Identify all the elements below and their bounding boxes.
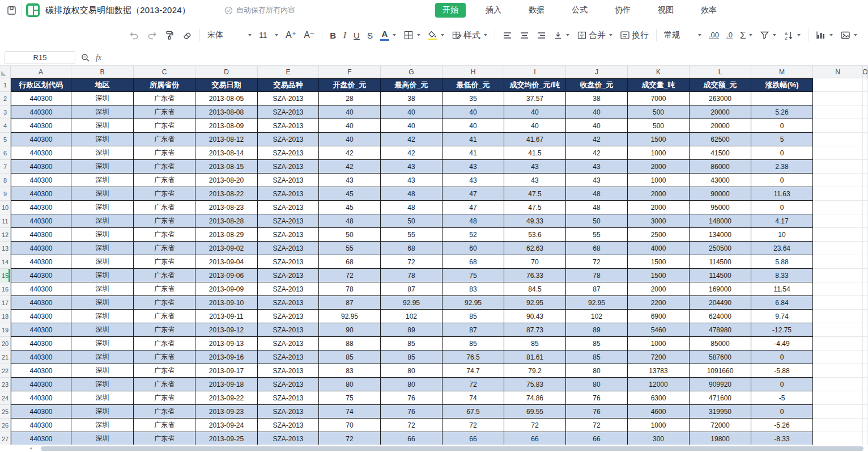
cell-K4[interactable]: 500 [628,119,690,133]
cell-E3[interactable]: SZA-2013 [258,105,319,119]
cell-G21[interactable]: 85 [381,350,442,364]
cell-K21[interactable]: 7200 [628,350,690,364]
cell-G12[interactable]: 55 [381,228,442,242]
font-color-button[interactable]: A [380,29,396,41]
cell-D5[interactable]: 2013-08-12 [195,133,258,146]
cell-N7[interactable] [813,160,863,174]
cell-D3[interactable]: 2013-08-08 [195,105,258,119]
cell-K17[interactable]: 2200 [628,296,690,310]
cell-L21[interactable]: 587600 [690,350,751,364]
cell-I17[interactable]: 92.95 [504,296,566,310]
cell-N21[interactable] [813,350,863,364]
cell-D13[interactable]: 2013-09-02 [195,242,258,255]
cell-M24[interactable]: -5 [751,391,813,405]
cell-F22[interactable]: 83 [319,364,381,378]
cell-E26[interactable]: SZA-2013 [258,419,319,432]
cell-K5[interactable]: 1500 [628,133,690,146]
menu-tab-协作[interactable]: 协作 [607,3,638,18]
cell-J4[interactable]: 40 [566,119,628,133]
font-family-select[interactable]: 宋体 [207,30,252,40]
cell-J8[interactable]: 43 [566,174,628,187]
cell-N18[interactable] [813,310,863,323]
cell-style-button[interactable]: 样式 [452,30,487,41]
cell-M17[interactable]: 6.84 [751,296,813,310]
cell-G11[interactable]: 50 [381,214,442,228]
row-header-27[interactable]: 27 [0,432,11,446]
header-cell-B1[interactable]: 地区 [71,78,134,92]
cell-C17[interactable]: 广东省 [134,296,195,310]
cell-G24[interactable]: 76 [381,391,442,405]
cell-I11[interactable]: 49.33 [504,214,566,228]
cell-M3[interactable]: 5.26 [751,105,813,119]
row-header-8[interactable]: 8 [0,174,11,187]
undo-button[interactable] [129,31,139,40]
cell-O7[interactable] [863,160,868,174]
cell-C12[interactable]: 广东省 [134,228,195,242]
sort-button[interactable]: AZ [784,31,801,40]
column-header-M[interactable]: M [751,66,813,78]
cell-I22[interactable]: 79.2 [504,364,566,378]
autosum-button[interactable]: Σ [740,31,753,40]
align-center-button[interactable] [520,31,529,40]
cell-A14[interactable]: 440300 [11,255,71,269]
header-cell-L1[interactable]: 成交额_元 [690,78,751,92]
cell-K23[interactable]: 12000 [628,378,690,391]
cell-L26[interactable]: 72000 [690,419,751,432]
cell-O21[interactable] [863,350,868,364]
name-box[interactable]: R15 [5,51,75,64]
cell-N27[interactable] [813,432,863,446]
italic-button[interactable]: I [343,31,346,40]
column-header-I[interactable]: I [504,66,566,78]
cell-D21[interactable]: 2013-09-16 [195,350,258,364]
cell-B5[interactable]: 深圳 [71,133,134,146]
cell-F6[interactable]: 42 [319,146,381,160]
cell-J21[interactable]: 85 [566,350,628,364]
cell-M22[interactable]: -5.88 [751,364,813,378]
cell-O11[interactable] [863,214,868,228]
cell-F23[interactable]: 80 [319,378,381,391]
header-cell-F1[interactable]: 开盘价_元 [319,78,381,92]
cell-M5[interactable]: 5 [751,133,813,146]
increase-decimal-button[interactable]: .00 [709,31,719,39]
cell-H5[interactable]: 41 [442,133,504,146]
cell-H20[interactable]: 85 [442,337,504,350]
cell-F27[interactable]: 72 [319,432,381,446]
menu-tab-公式[interactable]: 公式 [564,3,595,18]
cell-O19[interactable] [863,323,868,337]
cell-D14[interactable]: 2013-09-04 [195,255,258,269]
cell-H25[interactable]: 67.5 [442,405,504,419]
header-cell-J1[interactable]: 收盘价_元 [566,78,628,92]
row-header-3[interactable]: 3 [0,105,11,119]
cell-J14[interactable]: 72 [566,255,628,269]
cell-E12[interactable]: SZA-2013 [258,228,319,242]
cell-B23[interactable]: 深圳 [71,378,134,391]
cell-H2[interactable]: 35 [442,92,504,105]
header-cell-A1[interactable]: 行政区划代码 [11,78,71,92]
cell-H11[interactable]: 48 [442,214,504,228]
cell-N15[interactable] [813,269,863,282]
cell-N5[interactable] [813,133,863,146]
cell-E9[interactable]: SZA-2013 [258,187,319,201]
cell-F2[interactable]: 28 [319,92,381,105]
cell-I13[interactable]: 62.63 [504,242,566,255]
cell-O23[interactable] [863,378,868,391]
cell-O5[interactable] [863,133,868,146]
strikethrough-button[interactable]: S [367,31,373,40]
cell-G15[interactable]: 78 [381,269,442,282]
cell-O4[interactable] [863,119,868,133]
cell-A27[interactable]: 440300 [11,432,71,446]
cell-O3[interactable] [863,105,868,119]
cell-D4[interactable]: 2013-08-09 [195,119,258,133]
row-header-22[interactable]: 22 [0,364,11,378]
cell-C4[interactable]: 广东省 [134,119,195,133]
eraser-button[interactable] [182,30,192,40]
cell-H14[interactable]: 68 [442,255,504,269]
cell-F17[interactable]: 87 [319,296,381,310]
cell-A4[interactable]: 440300 [11,119,71,133]
cell-C5[interactable]: 广东省 [134,133,195,146]
cell-L7[interactable]: 86000 [690,160,751,174]
cell-N17[interactable] [813,296,863,310]
cell-A20[interactable]: 440300 [11,337,71,350]
cell-I4[interactable]: 40 [504,119,566,133]
row-header-13[interactable]: 13 [0,242,11,255]
